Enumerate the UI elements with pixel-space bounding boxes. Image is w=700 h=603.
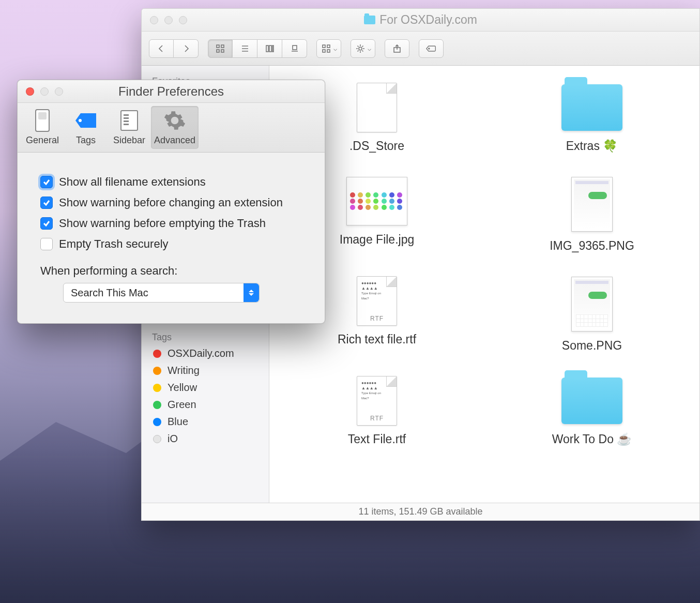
- switch-icon: [35, 109, 50, 132]
- updown-icon: [244, 283, 259, 302]
- share-button[interactable]: [385, 39, 409, 58]
- svg-point-16: [359, 47, 362, 50]
- sidebar-tag-item[interactable]: iO: [142, 430, 269, 447]
- file-label: .DS_Store: [349, 139, 404, 153]
- status-text: 11 items, 151.49 GB available: [358, 506, 482, 517]
- file-item[interactable]: ●●●●●●▲▲▲▲Type Emoji on Mac?RTFText File…: [312, 376, 442, 446]
- pref-check-row: Empty Trash securely: [40, 237, 302, 251]
- tab-sidebar[interactable]: Sidebar: [108, 106, 151, 149]
- view-segment: [208, 39, 307, 58]
- tag-label: Blue: [168, 416, 188, 428]
- checkbox-label: Show warning before changing an extensio…: [59, 196, 283, 209]
- svg-rect-2: [217, 50, 219, 52]
- tab-general[interactable]: General: [21, 106, 64, 149]
- action-button[interactable]: ⌵: [351, 39, 375, 58]
- folder-icon: [561, 378, 622, 424]
- file-item[interactable]: Extras 🍀: [527, 83, 657, 153]
- nav-segment: [149, 39, 199, 58]
- file-item[interactable]: .DS_Store: [312, 83, 442, 153]
- tag-label: Yellow: [168, 382, 197, 394]
- finder-title: For OSXDaily.com: [142, 13, 699, 27]
- file-item[interactable]: Some.PNG: [527, 277, 657, 353]
- tag-dot-icon: [153, 401, 161, 409]
- coverflow-view-button[interactable]: [282, 39, 307, 58]
- tag-icon: [75, 113, 96, 128]
- prefs-titlebar[interactable]: Finder Preferences: [18, 80, 325, 103]
- prefs-title: Finder Preferences: [18, 84, 325, 99]
- svg-rect-10: [293, 46, 297, 50]
- tag-dot-icon: [153, 384, 161, 392]
- sidebar-tag-item[interactable]: Yellow: [142, 379, 269, 396]
- search-scope-select[interactable]: Search This Mac: [63, 283, 260, 303]
- finder-statusbar: 11 items, 151.49 GB available: [142, 503, 699, 520]
- forward-button[interactable]: [174, 39, 199, 58]
- tag-dot-icon: [153, 418, 161, 426]
- tab-label: Tags: [76, 135, 96, 146]
- column-view-button[interactable]: [257, 39, 282, 58]
- close-icon[interactable]: [150, 16, 158, 24]
- checkbox[interactable]: [40, 217, 53, 230]
- tag-dot-icon: [153, 435, 161, 443]
- sidebar-tag-item[interactable]: Green: [142, 396, 269, 413]
- svg-rect-12: [323, 45, 325, 48]
- file-label: Image File.jpg: [340, 233, 414, 247]
- file-label: Extras 🍀: [566, 139, 618, 153]
- file-label: Some.PNG: [562, 339, 622, 353]
- tab-advanced[interactable]: Advanced: [151, 106, 199, 149]
- svg-rect-3: [221, 50, 224, 52]
- svg-rect-13: [327, 45, 330, 48]
- minimize-icon[interactable]: [164, 16, 173, 24]
- file-label: Work To Do ☕: [552, 432, 632, 446]
- arrange-button[interactable]: ⌵: [316, 39, 341, 58]
- checkbox-label: Show all filename extensions: [59, 175, 206, 189]
- svg-rect-15: [327, 50, 330, 52]
- svg-rect-9: [272, 46, 273, 52]
- pref-check-row: Show all filename extensions: [40, 175, 302, 189]
- tag-label: OSXDaily.com: [168, 348, 234, 359]
- icon-view-button[interactable]: [208, 39, 233, 58]
- file-label: IMG_9365.PNG: [550, 239, 634, 253]
- sidebar-tag-item[interactable]: Writing: [142, 362, 269, 379]
- finder-titlebar[interactable]: For OSXDaily.com: [142, 9, 699, 32]
- prefs-tabbar: General Tags Sidebar Advanced: [18, 103, 325, 153]
- svg-point-19: [429, 48, 430, 49]
- svg-rect-8: [269, 46, 271, 52]
- svg-rect-14: [323, 50, 325, 52]
- list-view-button[interactable]: [233, 39, 257, 58]
- select-value: Search This Mac: [71, 287, 148, 299]
- checkbox[interactable]: [40, 238, 53, 250]
- folder-icon: [364, 16, 375, 24]
- finder-preferences-window: Finder Preferences General Tags Sidebar …: [17, 80, 325, 324]
- svg-rect-0: [217, 45, 219, 48]
- pref-check-row: Show warning before changing an extensio…: [40, 196, 302, 209]
- file-item[interactable]: IMG_9365.PNG: [527, 177, 657, 253]
- checkbox-label: Show warning before emptying the Trash: [59, 217, 266, 230]
- tab-label: Sidebar: [113, 135, 145, 146]
- tab-label: Advanced: [154, 135, 195, 146]
- tag-dot-icon: [153, 367, 161, 375]
- file-label: Text File.rtf: [348, 432, 406, 446]
- checkbox[interactable]: [40, 176, 53, 188]
- finder-icon-area[interactable]: .DS_StoreExtras 🍀Image File.jpgIMG_9365.…: [269, 66, 699, 503]
- tab-label: General: [26, 135, 59, 146]
- prefs-body: Show all filename extensionsShow warning…: [18, 153, 325, 323]
- tab-tags[interactable]: Tags: [64, 106, 108, 149]
- back-button[interactable]: [149, 39, 174, 58]
- folder-icon: [561, 84, 622, 131]
- tag-label: iO: [168, 433, 178, 445]
- sidebar-tag-item[interactable]: OSXDaily.com: [142, 345, 269, 362]
- checkbox-label: Empty Trash securely: [59, 237, 169, 251]
- maximize-icon[interactable]: [179, 16, 187, 24]
- tag-label: Writing: [168, 365, 200, 376]
- file-item[interactable]: Work To Do ☕: [527, 376, 657, 446]
- file-label: Rich text file.rtf: [338, 333, 416, 346]
- tag-dot-icon: [153, 350, 161, 358]
- tags-button[interactable]: [419, 39, 444, 58]
- sidebar-tag-item[interactable]: Blue: [142, 413, 269, 430]
- file-item[interactable]: ●●●●●●▲▲▲▲Type Emoji on Mac?RTFRich text…: [312, 277, 442, 353]
- search-scope-label: When performing a search:: [40, 264, 302, 278]
- checkbox[interactable]: [40, 197, 53, 209]
- sidebar-tags-header: Tags: [142, 327, 269, 345]
- tag-label: Green: [168, 399, 196, 411]
- file-item[interactable]: Image File.jpg: [312, 177, 442, 253]
